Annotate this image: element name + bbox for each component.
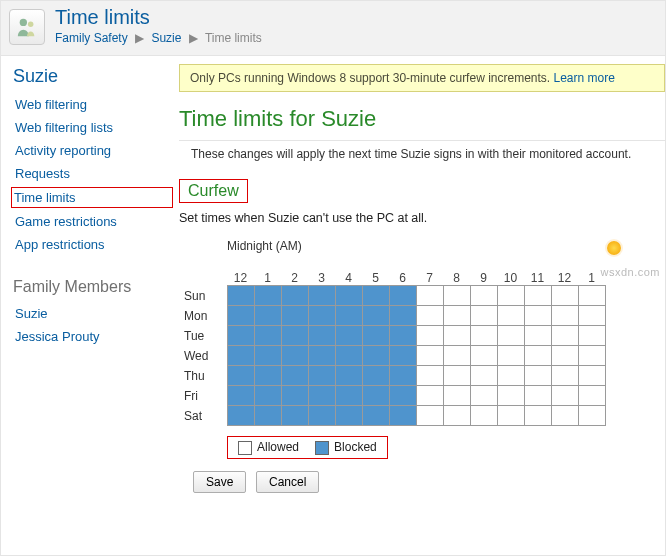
curfew-cell[interactable]	[308, 386, 335, 406]
curfew-cell[interactable]	[362, 346, 389, 366]
curfew-cell[interactable]	[362, 286, 389, 306]
curfew-cell[interactable]	[443, 326, 470, 346]
curfew-cell[interactable]	[308, 306, 335, 326]
curfew-cell[interactable]	[443, 306, 470, 326]
curfew-cell[interactable]	[254, 326, 281, 346]
sidebar-item-web-filtering-lists[interactable]: Web filtering lists	[13, 116, 171, 139]
sidebar-item-game-restrictions[interactable]: Game restrictions	[13, 210, 171, 233]
curfew-cell[interactable]	[227, 326, 254, 346]
curfew-cell[interactable]	[308, 326, 335, 346]
curfew-cell[interactable]	[389, 346, 416, 366]
curfew-cell[interactable]	[308, 286, 335, 306]
curfew-cell[interactable]	[443, 406, 470, 426]
curfew-cell[interactable]	[470, 326, 497, 346]
curfew-cell[interactable]	[335, 406, 362, 426]
curfew-cell[interactable]	[389, 286, 416, 306]
curfew-cell[interactable]	[524, 306, 551, 326]
curfew-cell[interactable]	[362, 366, 389, 386]
curfew-cell[interactable]	[524, 326, 551, 346]
curfew-cell[interactable]	[335, 326, 362, 346]
curfew-cell[interactable]	[497, 306, 524, 326]
curfew-cell[interactable]	[308, 346, 335, 366]
sidebar-item-web-filtering[interactable]: Web filtering	[13, 93, 171, 116]
curfew-cell[interactable]	[227, 286, 254, 306]
curfew-cell[interactable]	[416, 306, 443, 326]
curfew-cell[interactable]	[281, 366, 308, 386]
curfew-cell[interactable]	[470, 286, 497, 306]
curfew-cell[interactable]	[416, 326, 443, 346]
curfew-cell[interactable]	[335, 286, 362, 306]
curfew-cell[interactable]	[497, 386, 524, 406]
curfew-cell[interactable]	[470, 406, 497, 426]
curfew-cell[interactable]	[254, 386, 281, 406]
sidebar-item-activity-reporting[interactable]: Activity reporting	[13, 139, 171, 162]
save-button[interactable]: Save	[193, 471, 246, 493]
curfew-cell[interactable]	[443, 366, 470, 386]
sidebar-item-requests[interactable]: Requests	[13, 162, 171, 185]
curfew-cell[interactable]	[578, 286, 605, 306]
curfew-cell[interactable]	[254, 286, 281, 306]
curfew-cell[interactable]	[497, 406, 524, 426]
notice-learn-more-link[interactable]: Learn more	[554, 71, 615, 85]
curfew-cell[interactable]	[416, 366, 443, 386]
curfew-cell[interactable]	[254, 366, 281, 386]
curfew-cell[interactable]	[443, 346, 470, 366]
curfew-cell[interactable]	[362, 406, 389, 426]
curfew-cell[interactable]	[281, 386, 308, 406]
curfew-cell[interactable]	[578, 306, 605, 326]
curfew-cell[interactable]	[416, 346, 443, 366]
curfew-cell[interactable]	[335, 346, 362, 366]
curfew-cell[interactable]	[551, 366, 578, 386]
curfew-cell[interactable]	[389, 386, 416, 406]
curfew-cell[interactable]	[254, 406, 281, 426]
curfew-cell[interactable]	[416, 286, 443, 306]
curfew-cell[interactable]	[227, 306, 254, 326]
cancel-button[interactable]: Cancel	[256, 471, 319, 493]
curfew-cell[interactable]	[362, 306, 389, 326]
curfew-cell[interactable]	[578, 326, 605, 346]
curfew-cell[interactable]	[470, 346, 497, 366]
curfew-cell[interactable]	[308, 406, 335, 426]
curfew-cell[interactable]	[497, 326, 524, 346]
curfew-cell[interactable]	[281, 286, 308, 306]
curfew-cell[interactable]	[497, 286, 524, 306]
curfew-cell[interactable]	[281, 306, 308, 326]
curfew-cell[interactable]	[335, 306, 362, 326]
curfew-cell[interactable]	[551, 346, 578, 366]
curfew-cell[interactable]	[227, 386, 254, 406]
curfew-cell[interactable]	[551, 386, 578, 406]
curfew-cell[interactable]	[254, 306, 281, 326]
curfew-cell[interactable]	[416, 406, 443, 426]
breadcrumb-root[interactable]: Family Safety	[55, 31, 128, 45]
curfew-cell[interactable]	[470, 366, 497, 386]
curfew-cell[interactable]	[227, 366, 254, 386]
curfew-cell[interactable]	[551, 286, 578, 306]
curfew-cell[interactable]	[308, 366, 335, 386]
curfew-cell[interactable]	[497, 366, 524, 386]
curfew-cell[interactable]	[524, 286, 551, 306]
curfew-cell[interactable]	[524, 346, 551, 366]
curfew-cell[interactable]	[227, 346, 254, 366]
curfew-cell[interactable]	[497, 346, 524, 366]
curfew-cell[interactable]	[389, 306, 416, 326]
curfew-cell[interactable]	[443, 286, 470, 306]
curfew-cell[interactable]	[389, 326, 416, 346]
curfew-cell[interactable]	[551, 306, 578, 326]
curfew-cell[interactable]	[524, 366, 551, 386]
curfew-cell[interactable]	[578, 406, 605, 426]
curfew-cell[interactable]	[227, 406, 254, 426]
sidebar-item-app-restrictions[interactable]: App restrictions	[13, 233, 171, 256]
curfew-cell[interactable]	[416, 386, 443, 406]
curfew-cell[interactable]	[578, 346, 605, 366]
curfew-cell[interactable]	[389, 366, 416, 386]
curfew-cell[interactable]	[281, 406, 308, 426]
curfew-cell[interactable]	[335, 386, 362, 406]
breadcrumb-user[interactable]: Suzie	[151, 31, 181, 45]
curfew-cell[interactable]	[443, 386, 470, 406]
curfew-cell[interactable]	[551, 406, 578, 426]
curfew-cell[interactable]	[389, 406, 416, 426]
curfew-cell[interactable]	[470, 386, 497, 406]
curfew-cell[interactable]	[578, 386, 605, 406]
curfew-cell[interactable]	[362, 386, 389, 406]
sidebar-item-time-limits[interactable]: Time limits	[11, 187, 173, 208]
